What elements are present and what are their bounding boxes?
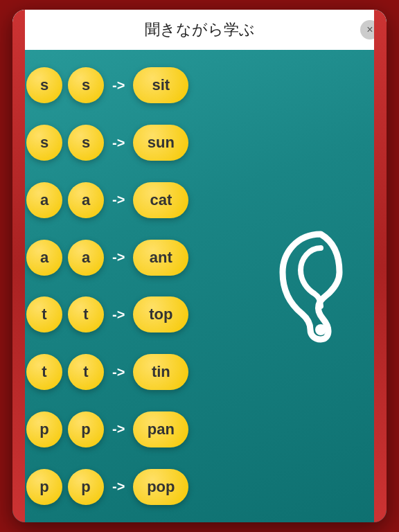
letter-bubble-2-0[interactable]: a [26, 182, 62, 218]
modal-header: 聞きながら学ぶ × [12, 10, 387, 50]
word-row[interactable]: tt->top [26, 296, 248, 332]
svg-point-0 [315, 324, 326, 335]
word-bubble-5[interactable]: tin [133, 354, 188, 390]
right-strip [374, 10, 387, 522]
letter-bubble-1-0[interactable]: s [26, 125, 62, 161]
letter-bubble-0-1[interactable]: s [68, 67, 104, 103]
word-bubble-0[interactable]: sit [133, 67, 188, 103]
word-row[interactable]: ss->sun [26, 125, 248, 161]
letter-bubble-3-0[interactable]: a [26, 240, 62, 276]
word-bubble-3[interactable]: ant [133, 240, 188, 276]
arrow-indicator: -> [112, 192, 125, 208]
letter-bubble-7-1[interactable]: p [68, 469, 104, 505]
modal-dialog: 聞きながら学ぶ × ss->sitss->sunaa->cataa->anttt… [12, 10, 387, 522]
word-bubble-1[interactable]: sun [133, 125, 188, 161]
letter-bubble-4-1[interactable]: t [68, 296, 104, 332]
letter-bubble-4-0[interactable]: t [26, 296, 62, 332]
word-row[interactable]: pp->pop [26, 469, 248, 505]
arrow-indicator: -> [112, 135, 125, 151]
arrow-indicator: -> [112, 421, 125, 437]
ear-section[interactable] [262, 50, 387, 522]
modal-title: 聞きながら学ぶ [145, 21, 255, 38]
arrow-indicator: -> [112, 78, 125, 94]
modal-body: ss->sitss->sunaa->cataa->anttt->toptt->t… [12, 50, 387, 522]
arrow-indicator: -> [112, 249, 125, 265]
letter-bubble-5-1[interactable]: t [68, 354, 104, 390]
word-bubble-4[interactable]: top [133, 296, 188, 332]
word-bubble-6[interactable]: pan [133, 411, 188, 447]
letter-bubble-6-0[interactable]: p [26, 411, 62, 447]
word-bubble-7[interactable]: pop [133, 469, 188, 505]
word-row[interactable]: ss->sit [26, 67, 248, 103]
letter-bubble-7-0[interactable]: p [26, 469, 62, 505]
letter-bubble-3-1[interactable]: a [68, 240, 104, 276]
letter-bubble-5-0[interactable]: t [26, 354, 62, 390]
word-list: ss->sitss->sunaa->cataa->anttt->toptt->t… [12, 50, 262, 522]
word-row[interactable]: tt->tin [26, 354, 248, 390]
word-row[interactable]: aa->cat [26, 182, 248, 218]
letter-bubble-0-0[interactable]: s [26, 67, 62, 103]
arrow-indicator: -> [112, 479, 125, 495]
letter-bubble-1-1[interactable]: s [68, 125, 104, 161]
arrow-indicator: -> [112, 307, 125, 323]
word-row[interactable]: pp->pan [26, 411, 248, 447]
ear-icon [276, 227, 366, 345]
letter-bubble-2-1[interactable]: a [68, 182, 104, 218]
word-bubble-2[interactable]: cat [133, 182, 188, 218]
letter-bubble-6-1[interactable]: p [68, 411, 104, 447]
word-row[interactable]: aa->ant [26, 240, 248, 276]
arrow-indicator: -> [112, 364, 125, 380]
left-strip [12, 10, 25, 522]
